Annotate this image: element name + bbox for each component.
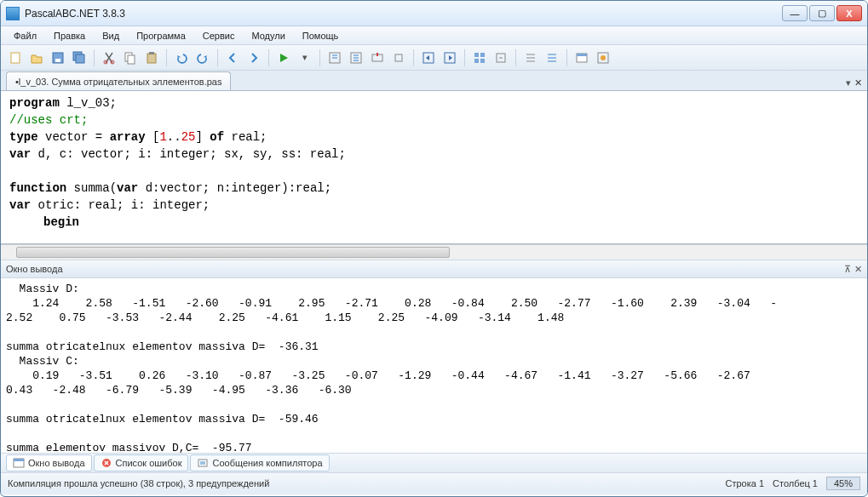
step-into-icon[interactable] — [325, 49, 344, 67]
status-message: Компиляция прошла успешно (38 строк), 3 … — [8, 478, 269, 488]
code-editor[interactable]: program l_v_03; //uses crt; type vector … — [1, 91, 867, 244]
svg-rect-17 — [474, 53, 479, 57]
collapse-icon[interactable] — [491, 49, 510, 67]
svg-rect-20 — [480, 59, 485, 63]
horizontal-scrollbar[interactable] — [1, 244, 867, 260]
menu-program[interactable]: Программа — [129, 28, 193, 43]
window-controls: — ▢ X — [782, 5, 862, 21]
svg-rect-18 — [480, 53, 485, 57]
status-line: Строка 1 — [725, 478, 764, 488]
error-icon — [101, 457, 112, 469]
svg-rect-0 — [11, 53, 20, 63]
toolbar-separator — [413, 49, 414, 66]
save-icon[interactable] — [49, 49, 67, 67]
save-all-icon[interactable] — [70, 49, 89, 67]
cut-icon[interactable] — [100, 49, 118, 67]
menu-view[interactable]: Вид — [95, 28, 127, 43]
svg-rect-29 — [198, 460, 207, 466]
svg-rect-10 — [149, 52, 154, 54]
minimize-button[interactable]: — — [782, 5, 808, 21]
indent-icon[interactable] — [440, 49, 459, 67]
output-panel-header[interactable]: Окно вывода ⊼ ✕ — [1, 260, 867, 278]
panel-close-icon[interactable]: ✕ — [854, 264, 862, 275]
svg-rect-27 — [14, 459, 24, 461]
toolbar: ▾ — [1, 45, 867, 71]
output-panel-title: Окно вывода — [6, 264, 63, 274]
pin-icon[interactable]: ⊼ — [844, 264, 851, 275]
code-text: //uses crt; — [9, 113, 88, 127]
main-window: PascalABC.NET 3.8.3 — ▢ X Файл Правка Ви… — [0, 0, 868, 497]
redo-icon[interactable] — [193, 49, 212, 67]
status-zoom[interactable]: 45% — [826, 477, 860, 490]
bottom-tabs: Окно вывода Список ошибок Сообщения комп… — [1, 453, 867, 473]
svg-rect-8 — [128, 55, 135, 64]
run-dropdown-icon[interactable]: ▾ — [296, 49, 314, 67]
menu-help[interactable]: Помощь — [295, 28, 347, 43]
menu-service[interactable]: Сервис — [195, 28, 243, 43]
code-text: program — [9, 96, 60, 110]
stop-icon[interactable] — [389, 49, 408, 67]
statusbar: Компиляция прошла успешно (38 строк), 3 … — [1, 473, 867, 494]
svg-rect-14 — [395, 54, 402, 61]
toolbar-separator — [464, 49, 465, 66]
titlebar[interactable]: PascalABC.NET 3.8.3 — ▢ X — [1, 1, 867, 26]
toolbar-separator — [217, 49, 218, 66]
tab-close-icon[interactable]: ✕ — [854, 77, 862, 89]
close-button[interactable]: X — [836, 5, 862, 21]
tabbar: •l_v_03. Сумма отрицательных эллементов.… — [1, 71, 867, 91]
step-out-icon[interactable] — [368, 49, 387, 67]
output-icon — [13, 457, 25, 469]
scrollbar-thumb[interactable] — [16, 247, 450, 258]
menu-modules[interactable]: Модули — [244, 28, 292, 43]
undo-icon[interactable] — [172, 49, 191, 67]
tab-errors[interactable]: Список ошибок — [94, 454, 189, 471]
toolbar-separator — [166, 49, 167, 66]
step-over-icon[interactable] — [347, 49, 365, 67]
window-title: PascalABC.NET 3.8.3 — [25, 8, 125, 20]
toolbar-separator — [94, 49, 95, 66]
svg-rect-19 — [474, 59, 479, 63]
format-icon[interactable] — [470, 49, 489, 67]
uncomment-icon[interactable] — [521, 49, 540, 67]
tab-output[interactable]: Окно вывода — [6, 454, 92, 471]
toolbar-separator — [268, 49, 269, 66]
svg-point-25 — [601, 55, 606, 60]
editor-tab[interactable]: •l_v_03. Сумма отрицательных эллементов.… — [6, 71, 231, 90]
tab-dropdown-icon[interactable]: ▾ — [846, 77, 851, 89]
svg-rect-9 — [147, 54, 156, 63]
nav-back-icon[interactable] — [223, 49, 242, 67]
toolbar-separator — [515, 49, 516, 66]
compiler-icon — [197, 457, 209, 469]
status-col: Столбец 1 — [773, 478, 818, 488]
menubar: Файл Правка Вид Программа Сервис Модули … — [1, 26, 867, 45]
maximize-button[interactable]: ▢ — [809, 5, 835, 21]
output-text: Massiv D: 1.24 2.58 -1.51 -2.60 -0.91 2.… — [6, 283, 777, 453]
toolbar-separator — [319, 49, 320, 66]
design-icon[interactable] — [572, 49, 591, 67]
copy-icon[interactable] — [121, 49, 140, 67]
nav-fwd-icon[interactable] — [244, 49, 263, 67]
svg-rect-23 — [577, 54, 587, 56]
menu-edit[interactable]: Правка — [46, 28, 93, 43]
output-panel[interactable]: Massiv D: 1.24 2.58 -1.51 -2.60 -0.91 2.… — [1, 278, 867, 453]
paste-icon[interactable] — [142, 49, 161, 67]
run-icon[interactable] — [274, 49, 293, 67]
menu-file[interactable]: Файл — [6, 28, 44, 43]
svg-rect-4 — [76, 54, 84, 63]
open-file-icon[interactable] — [27, 49, 46, 67]
toolbar-separator — [566, 49, 567, 66]
outdent-icon[interactable] — [419, 49, 438, 67]
class-view-icon[interactable] — [594, 49, 612, 67]
tab-compiler[interactable]: Сообщения компилятора — [190, 454, 329, 471]
svg-rect-2 — [55, 59, 60, 62]
app-icon — [6, 7, 20, 20]
new-file-icon[interactable] — [6, 49, 25, 67]
comment-icon[interactable] — [543, 49, 561, 67]
